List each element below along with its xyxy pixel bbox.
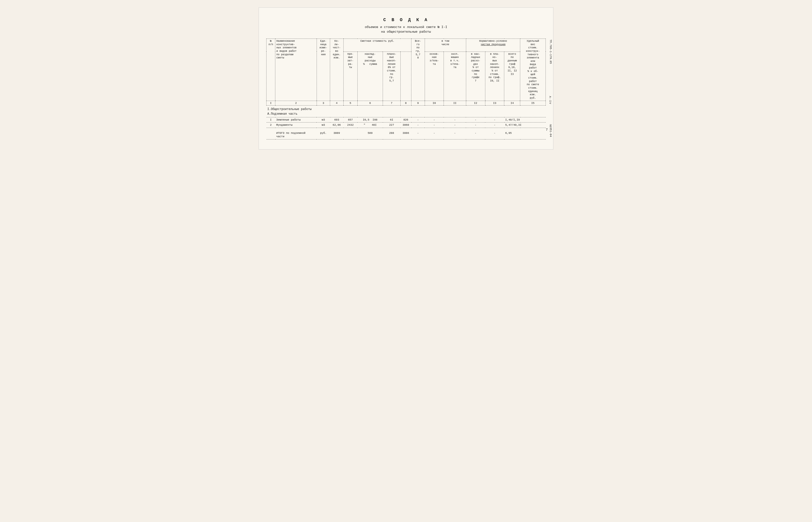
header-col13: Удельныйвесстоим.конструк-тивногоэлемент…	[520, 39, 546, 101]
page-title: С В О Д К А	[266, 17, 546, 22]
total-col5	[343, 130, 357, 139]
section-label-a: А.Подземная часть	[266, 112, 546, 117]
colnum-13: I3	[485, 101, 504, 105]
header-norm-group: Нормативно-условночистая продукция	[466, 39, 520, 52]
spacer-row	[266, 128, 546, 130]
total-col13: 6,95	[504, 130, 546, 139]
total-col11: -	[466, 130, 485, 139]
total-unit: руб.	[317, 130, 330, 139]
colnum-10: I0	[425, 101, 444, 105]
colnum-15: I5	[520, 101, 546, 105]
header-col10: в нак-ладныхрасхо-дах% отсуммыпографе7	[466, 52, 485, 101]
total-num	[266, 130, 275, 139]
row2-col7: 227	[383, 122, 400, 128]
row1-col12: -	[485, 117, 504, 122]
total-col9b: -	[425, 130, 444, 139]
row2-col5: 2432	[343, 122, 357, 128]
colnum-3: 3	[317, 101, 330, 105]
page: ТП.705-1-179.85 А-IV 7 эр351-04 С В О Д …	[259, 7, 553, 149]
colnum-2: 2	[275, 101, 317, 105]
side-label-top: ТП.705-1-179.85	[549, 40, 552, 64]
header-col4: Ко-ли-чест-воедин.изм.	[330, 39, 343, 101]
total-col7: 288	[383, 130, 400, 139]
header-row: №п/п Наименованиеконструктив-ных элемент…	[266, 39, 546, 52]
header-col7: плано-выенакоп-ления8% отстоим.погр.5,7	[383, 52, 400, 101]
colnum-6: 6	[357, 101, 383, 105]
row1-col5: 657	[343, 117, 357, 122]
row1-col10: -	[444, 117, 466, 122]
total-row: ИТОГО по подземнойчасти руб. 3089 509 28…	[266, 130, 546, 139]
header-col9a: основ-наяз/пла-та	[425, 52, 444, 101]
header-col5: пря-мыезат-ра-ты	[343, 52, 357, 101]
row2-col9b: -	[425, 122, 444, 128]
colnum-4: 4	[330, 101, 343, 105]
row2-col9a: -	[411, 122, 425, 128]
header-cost-group: Сметная стоимость руб.	[343, 39, 411, 52]
row2-col6: " 40I	[357, 122, 383, 128]
total-label: ИТОГО по подземнойчасти	[275, 130, 317, 139]
row1-unit: м3	[317, 117, 330, 122]
header-col8: Все-гопогр,5,78	[411, 39, 425, 101]
row2-col10: -	[444, 122, 466, 128]
row1-col9a: -	[411, 117, 425, 122]
table-row-1: I Земляные работы м3 693 657 I6,5 I08 6I…	[266, 117, 546, 122]
colnum-9: 9	[411, 101, 425, 105]
colnum-1: I	[266, 101, 275, 105]
row2-unit: м3	[317, 122, 330, 128]
row1-col9b: -	[425, 117, 444, 122]
colnum-5: 5	[343, 101, 357, 105]
colnum-12: I2	[466, 101, 485, 105]
row1-col8: 826	[400, 117, 411, 122]
header-col9b: эксп.машинв т.ч.з/пла-та	[444, 52, 466, 101]
header-col11: в пла-но-выхнакоп-лениях% отстоим.по гра…	[485, 52, 504, 101]
header-intom-group: в томчисле	[425, 39, 466, 52]
total-col10: -	[444, 130, 466, 139]
row2-qty: 62,06	[330, 122, 343, 128]
row1-col7: 6I	[383, 117, 400, 122]
side-num: 7	[546, 128, 548, 132]
table-row-2: 2 Фундаменты м3 62,06 2432 " 40I 227 306…	[266, 122, 546, 128]
section-header-a: А.Подземная часть	[266, 112, 546, 117]
total-col12: -	[485, 130, 504, 139]
side-label-a4: А-IV	[549, 96, 552, 104]
row2-col12: -	[485, 122, 504, 128]
row1-qty: 693	[330, 117, 343, 122]
colnum-7: 7	[383, 101, 400, 105]
row1-col11: -	[466, 117, 485, 122]
colnum-14: I4	[504, 101, 520, 105]
row2-col11: -	[466, 122, 485, 128]
page-subtitle2: на общестроительные работы	[266, 30, 546, 34]
row1-col6: I6,5 I08	[357, 117, 383, 122]
section-label-1: I.Общестроительные работы	[266, 105, 546, 112]
col-number-row: I 2 3 4 5 6 7 8 9 I0 II I2 I3 I4 I5	[266, 101, 546, 105]
header-col12: всегоподаннымграф9,10,II, I2I3	[504, 52, 520, 101]
spacer	[266, 128, 546, 130]
colnum-8: 8	[400, 101, 411, 105]
header-col1: №п/п	[266, 39, 275, 101]
row1-col13: I,48/I,I9	[504, 117, 546, 122]
header-col-space	[400, 52, 411, 101]
header-col2: Наименованиеконструктив-ных элементови в…	[275, 39, 317, 101]
row2-col13: 5,47/49,3I	[504, 122, 546, 128]
main-table: №п/п Наименованиеконструктив-ных элемент…	[266, 39, 546, 139]
row1-name: Земляные работы	[275, 117, 317, 122]
section-header-1: I.Общестроительные работы	[266, 105, 546, 112]
page-subtitle1: объемов и стоимости к локальной смете № …	[266, 25, 546, 29]
side-label-bottom: эр351-04	[549, 124, 552, 137]
row1-num: I	[266, 117, 275, 122]
row2-col8: 3060	[400, 122, 411, 128]
total-col8: 3886	[400, 130, 411, 139]
colnum-11: II	[444, 101, 466, 105]
header-col3: Еди-ницаизме-ре-ния	[317, 39, 330, 101]
total-col9a: -	[411, 130, 425, 139]
total-qty: 3089	[330, 130, 343, 139]
row2-num: 2	[266, 122, 275, 128]
header-col6: наклад-ныерасходы% сумма	[357, 52, 383, 101]
total-col6: 509	[357, 130, 383, 139]
row2-name: Фундаменты	[275, 122, 317, 128]
